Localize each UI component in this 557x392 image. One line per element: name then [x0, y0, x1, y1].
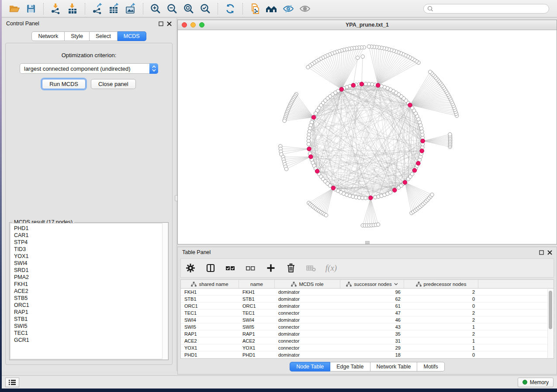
table-row[interactable]: YOX1YOX1connector291	[181, 344, 554, 351]
table-cell[interactable]: dominator	[275, 303, 340, 309]
table-cell[interactable]: SWI4	[239, 317, 275, 323]
window-resize-handle[interactable]	[365, 241, 370, 244]
leaf-node[interactable]	[283, 119, 286, 122]
global-search-field[interactable]	[423, 4, 549, 14]
mcds-result-item[interactable]: TID3	[10, 246, 167, 253]
mcds-hub-node[interactable]	[315, 169, 319, 173]
mcds-result-list[interactable]: PHD1CAR1STP4TID3YOX1SWI4SRD1PMA2FKH1ACE2…	[10, 223, 168, 359]
export-network-button[interactable]	[90, 2, 104, 15]
table-row[interactable]: SWI5SWI5connector431	[181, 323, 554, 330]
table-cell[interactable]: FKH1	[181, 289, 239, 295]
table-settings-button[interactable]	[184, 261, 197, 275]
ring-node[interactable]	[307, 142, 310, 146]
table-cell[interactable]: 1	[404, 338, 478, 344]
table-cell[interactable]: ORC1	[239, 303, 275, 309]
tab-network[interactable]: Network	[31, 31, 65, 41]
leaf-node[interactable]	[324, 213, 328, 217]
mcds-result-item[interactable]: ACE2	[10, 288, 167, 295]
table-cell[interactable]: 0	[404, 303, 478, 309]
create-column-button[interactable]	[265, 261, 277, 275]
zoom-in-button[interactable]	[149, 2, 163, 15]
mcds-result-item[interactable]: TEC1	[10, 330, 167, 337]
show-column-panel-button[interactable]	[204, 261, 217, 275]
table-cell[interactable]: connector	[275, 324, 340, 330]
mcds-result-item[interactable]: SWI5	[10, 323, 167, 330]
hide-selected-button[interactable]	[281, 2, 295, 15]
mcds-result-item[interactable]: PMA2	[10, 274, 167, 281]
table-cell[interactable]: 2	[404, 289, 478, 295]
leaf-node[interactable]	[430, 193, 434, 196]
table-cell[interactable]: RAP1	[239, 331, 275, 337]
mcds-hub-node[interactable]	[376, 83, 381, 88]
table-cell[interactable]: connector	[275, 338, 340, 344]
table-cell[interactable]: dominator	[275, 289, 340, 295]
memory-button[interactable]: Memory	[518, 378, 554, 387]
mcds-result-item[interactable]: PHD1	[10, 225, 167, 232]
table-cell[interactable]: 2	[404, 331, 478, 337]
mcds-hub-node[interactable]	[408, 103, 412, 107]
table-cell[interactable]: 29	[340, 345, 404, 351]
function-builder-button[interactable]: f(x)	[325, 261, 337, 275]
mcds-result-item[interactable]: ORC1	[10, 302, 167, 309]
mcds-result-item[interactable]: YOX1	[10, 253, 167, 260]
table-cell[interactable]: dominator	[275, 317, 340, 323]
table-cell[interactable]: 2	[404, 317, 478, 323]
table-cell[interactable]: dominator	[275, 296, 340, 302]
table-cell[interactable]: STB1	[181, 296, 239, 302]
export-image-button[interactable]	[124, 2, 138, 15]
mcds-hub-node[interactable]	[416, 161, 421, 165]
column-header-successor-nodes[interactable]: successor nodes	[340, 280, 404, 288]
criterion-dropdown[interactable]: largest connected component (undirected)	[20, 63, 158, 74]
table-cell[interactable]: dominator	[275, 352, 340, 358]
leaf-node[interactable]	[284, 167, 288, 171]
tab-network-table[interactable]: Network Table	[370, 362, 418, 371]
zoom-fit-button[interactable]	[182, 2, 196, 15]
leaf-node[interactable]	[361, 55, 364, 58]
table-cell[interactable]: STB1	[239, 296, 275, 302]
table-cell[interactable]: YOX1	[181, 345, 239, 351]
mcds-hub-node[interactable]	[421, 139, 425, 143]
leaf-node[interactable]	[306, 65, 310, 69]
show-hidden-button[interactable]	[298, 2, 312, 15]
mcds-hub-node[interactable]	[307, 147, 311, 151]
column-menu-chevron-icon[interactable]	[394, 283, 398, 285]
search-input[interactable]	[436, 6, 545, 12]
table-cell[interactable]: 43	[340, 324, 404, 330]
mcds-hub-node[interactable]	[369, 196, 373, 200]
mcds-result-item[interactable]: RAP1	[10, 309, 167, 316]
select-all-columns-button[interactable]	[225, 261, 237, 275]
tab-mcds[interactable]: MCDS	[118, 31, 146, 41]
mcds-result-item[interactable]: FKH1	[10, 281, 167, 288]
mcds-result-item[interactable]: STB5	[10, 295, 167, 302]
ring-node[interactable]	[364, 82, 367, 86]
mcds-result-item[interactable]: STB1	[10, 316, 167, 323]
table-cell[interactable]: FKH1	[239, 289, 275, 295]
table-cell[interactable]: 0	[404, 352, 478, 358]
table-cell[interactable]: 1	[404, 345, 478, 351]
table-cell[interactable]: 47	[340, 310, 404, 316]
import-table-button[interactable]	[66, 2, 80, 15]
close-panel-icon[interactable]	[167, 21, 172, 26]
delete-column-button[interactable]	[285, 261, 297, 275]
mcds-hub-node[interactable]	[412, 168, 417, 173]
network-canvas[interactable]	[178, 30, 557, 244]
mcds-result-item[interactable]: GCR1	[10, 337, 167, 344]
table-cell[interactable]: TEC1	[181, 310, 239, 316]
tab-style[interactable]: Style	[65, 31, 90, 41]
export-table-button[interactable]	[107, 2, 121, 15]
column-header-shared-name[interactable]: shared name	[181, 280, 239, 288]
import-network-button[interactable]	[49, 2, 63, 15]
tab-select[interactable]: Select	[90, 31, 118, 41]
tab-motifs[interactable]: Motifs	[417, 362, 444, 371]
close-panel-icon[interactable]	[547, 250, 552, 255]
table-row[interactable]: TEC1TEC1connector472	[181, 309, 554, 316]
leaf-node[interactable]	[367, 45, 370, 48]
deselect-all-columns-button[interactable]	[245, 261, 257, 275]
copy-style-button[interactable]	[248, 2, 262, 15]
table-cell[interactable]: 96	[340, 289, 404, 295]
table-cell[interactable]: 2	[404, 310, 478, 316]
zoom-selected-button[interactable]	[198, 2, 212, 15]
leaf-node[interactable]	[448, 133, 452, 136]
mcds-hub-node[interactable]	[331, 186, 336, 190]
table-row[interactable]: STB1STB1dominator620	[181, 296, 554, 303]
